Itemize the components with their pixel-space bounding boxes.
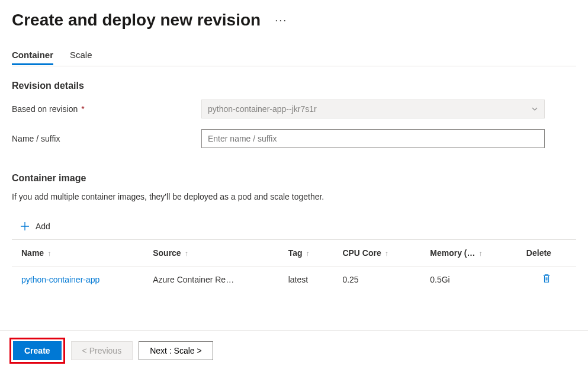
previous-button: < Previous	[71, 341, 133, 360]
col-tag[interactable]: Tag↑	[279, 240, 333, 267]
row-source: Azure Container Re…	[143, 267, 278, 293]
container-image-section: Container image If you add multiple cont…	[0, 159, 588, 292]
row-memory: 0.5Gi	[420, 267, 517, 293]
sort-arrow-icon: ↑	[306, 249, 310, 258]
sort-arrow-icon: ↑	[479, 249, 483, 258]
revision-details-heading: Revision details	[12, 81, 576, 91]
col-cpu[interactable]: CPU Core↑	[333, 240, 420, 267]
more-actions-icon[interactable]: ···	[275, 14, 287, 27]
name-suffix-label: Name / suffix	[12, 134, 201, 143]
sort-arrow-icon: ↑	[185, 249, 188, 258]
col-delete: Delete	[517, 240, 576, 267]
container-image-heading: Container image	[12, 173, 576, 184]
create-button[interactable]: Create	[13, 341, 62, 360]
col-source[interactable]: Source↑	[143, 240, 278, 267]
sort-arrow-icon: ↑	[385, 249, 388, 258]
col-memory[interactable]: Memory (…↑	[420, 240, 517, 267]
sort-arrow-icon: ↑	[47, 249, 51, 258]
required-asterisk: *	[79, 104, 84, 114]
based-on-revision-value: python-container-app--jkr7s1r	[208, 104, 317, 114]
plus-icon	[20, 222, 30, 231]
row-tag: latest	[279, 267, 333, 293]
name-suffix-input[interactable]	[208, 134, 538, 143]
next-scale-button[interactable]: Next : Scale >	[139, 341, 213, 360]
col-name[interactable]: Name↑	[12, 240, 143, 267]
add-container-button[interactable]: Add	[12, 216, 576, 239]
container-table: Name↑ Source↑ Tag↑ CPU Core↑ Memory (…↑ …	[12, 239, 576, 292]
based-on-revision-select[interactable]: python-container-app--jkr7s1r	[201, 100, 545, 118]
row-name-link[interactable]: python-container-app	[12, 267, 143, 293]
container-image-description: If you add multiple container images, th…	[12, 192, 576, 201]
row-cpu: 0.25	[333, 267, 420, 293]
delete-row-button[interactable]	[542, 275, 551, 285]
tab-container[interactable]: Container	[12, 50, 53, 65]
tabs-bar: Container Scale	[0, 33, 588, 66]
page-title: Create and deploy new revision	[12, 11, 261, 30]
chevron-down-icon	[531, 105, 538, 113]
tab-scale[interactable]: Scale	[70, 50, 92, 65]
footer-bar: Create < Previous Next : Scale >	[0, 330, 588, 366]
revision-details-section: Revision details Based on revision * pyt…	[0, 66, 588, 148]
add-label: Add	[36, 222, 50, 231]
create-highlight: Create	[9, 338, 65, 364]
based-on-revision-label: Based on revision *	[12, 104, 201, 114]
table-row: python-container-app Azure Container Re……	[12, 267, 576, 293]
name-suffix-input-wrap	[201, 129, 545, 148]
